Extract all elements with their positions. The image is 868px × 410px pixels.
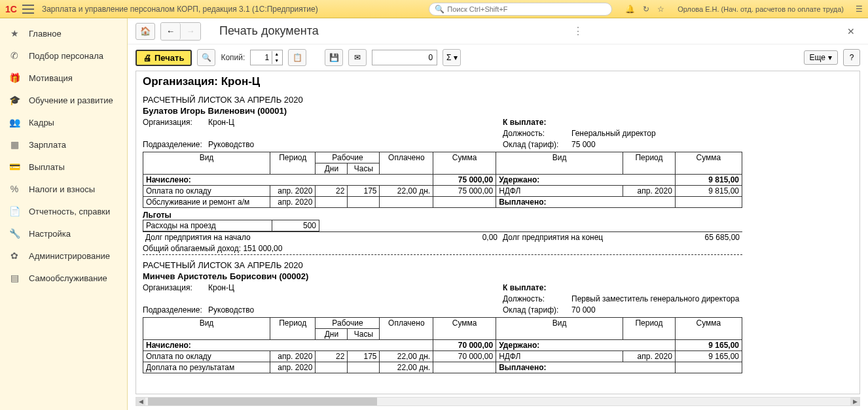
sidebar-item-hr[interactable]: 👥Кадры [0,111,127,133]
val-org: Крон-Ц [208,282,234,294]
toolbar: 🖨Печать 🔍 Копий: ▲▼ 📋 💾 ✉ Σ ▾ Еще▾ ? [128,44,868,71]
spin-down-icon[interactable]: ▼ [272,58,281,64]
sum-field[interactable] [372,50,437,65]
cell-accrued: Начислено: [143,340,433,351]
copies-spinner[interactable]: ▲▼ [250,50,283,65]
print-button[interactable]: 🖨Печать [136,50,192,66]
th-days: Дни [316,329,348,340]
employee-name: Минчев Аристотель Борисович (00002) [143,271,742,281]
th-kind2: Вид [496,318,623,340]
preview-button[interactable]: 🔍 [197,49,215,66]
benefits-table: Расходы на проезд500 [143,220,319,231]
sidebar-label: Мотивация [29,73,73,83]
sidebar-item-settings[interactable]: 🔧Настройка [0,222,127,245]
scroll-left-icon[interactable]: ◀ [136,398,145,405]
cell: апр. 2020 [623,351,676,362]
printer-icon: 🖨 [143,53,152,63]
val-org: Крон-Ц [208,117,234,128]
sigma-button[interactable]: Σ ▾ [443,49,461,66]
payslip-2: РАСЧЕТНЫЙ ЛИСТОК ЗА АПРЕЛЬ 2020 Минчев А… [143,260,742,373]
cell-accrued-total: 75 000,00 [433,175,496,186]
cell: Расходы на проезд [143,220,272,231]
lbl-topay: К выплате: [503,117,571,128]
lbl-org: Организация: [143,282,208,294]
print-label: Печать [154,53,184,63]
spin-up-icon[interactable]: ▲ [272,51,281,58]
sidebar-item-motivation[interactable]: 🎁Мотивация [0,67,127,89]
th-paid: Оплачено [380,318,433,340]
more-menu-icon[interactable]: ⋮ [573,25,583,37]
cell: 22 [316,351,348,362]
horizontal-scrollbar[interactable]: ◀ ▶ [136,397,860,406]
cell-withheld-total: 9 815,00 [675,175,742,186]
sidebar-item-taxes[interactable]: %Налоги и взносы [0,178,127,200]
sidebar-item-payments[interactable]: 💳Выплаты [0,156,127,178]
cell: апр. 2020 [270,362,316,373]
help-button[interactable]: ? [843,49,860,66]
lbl-pos: Должность: [503,294,571,305]
sidebar-label: Главное [29,29,62,39]
th-sum2: Сумма [675,152,742,175]
bell-icon[interactable]: 🔔 [625,5,635,14]
sidebar-item-admin[interactable]: ✿Администрирование [0,245,127,267]
th-work: Рабочие [316,152,380,163]
scroll-right-icon[interactable]: ▶ [850,398,859,405]
lbl-org: Организация: [143,117,208,128]
home-button[interactable]: 🏠 [136,23,155,40]
close-button[interactable]: ✕ [842,24,860,39]
sidebar-label: Налоги и взносы [29,184,95,194]
sidebar-label: Отчетность, справки [29,207,110,216]
cell-paidout: Выплачено: [496,197,676,208]
forward-button[interactable]: → [181,23,200,40]
user-label[interactable]: Орлова Е.Н. (Нач. отд. расчетов по оплат… [678,5,844,13]
sidebar-label: Кадры [29,118,54,128]
cell: апр. 2020 [270,186,316,197]
sidebar-item-recruit[interactable]: ✆Подбор персонала [0,44,127,67]
history-icon[interactable]: ↻ [643,5,649,14]
th-period: Период [270,152,316,175]
document-area[interactable]: Организация: Крон-Ц РАСЧЕТНЫЙ ЛИСТОК ЗА … [136,71,860,394]
sidebar-item-salary[interactable]: ▦Зарплата [0,133,127,156]
people-icon: 👥 [9,117,20,128]
search-input[interactable] [447,5,606,13]
more-button[interactable]: Еще▾ [804,50,838,65]
more-label: Еще [810,53,825,62]
back-button[interactable]: ← [161,23,181,40]
th-paid: Оплачено [380,152,433,175]
val-pos: Генеральный директор [571,128,656,139]
cell: апр. 2020 [623,186,676,197]
th-work: Рабочие [316,318,380,329]
sidebar-item-training[interactable]: 🎓Обучение и развитие [0,89,127,111]
hamburger-icon[interactable] [22,5,34,14]
star-icon[interactable]: ☆ [657,5,664,14]
scrollbar-thumb[interactable] [148,398,377,405]
settings-icon[interactable]: ☰ [856,5,863,14]
cell: Оплата по окладу [143,186,270,197]
th-kind: Вид [143,152,270,175]
cell: апр. 2020 [270,197,316,208]
lbl-dept: Подразделение: [143,305,208,316]
nav-row: 🏠 ← → Печать документа ⋮ ✕ [128,18,868,44]
cell: 22,00 дн. [380,351,433,362]
benefits-title: Льготы [143,211,742,220]
cell: Оплата по окладу [143,351,270,362]
gear-icon: ✿ [9,250,20,261]
lbl-taxtotal: Общий облагаемый доход: [143,244,241,253]
org-title: Организация: Крон-Ц [143,75,853,88]
sidebar-label: Самообслуживание [29,273,107,283]
sidebar-label: Настройка [29,229,71,239]
sidebar-item-reports[interactable]: 📄Отчетность, справки [0,200,127,222]
app-title: Зарплата и управление персоналом КОРП, р… [42,5,429,14]
cell: 22,00 дн. [380,362,433,373]
template-button[interactable]: 📋 [288,49,306,66]
sidebar-item-self[interactable]: ▤Самообслуживание [0,267,127,289]
sidebar-item-main[interactable]: ★Главное [0,22,127,44]
save-button[interactable]: 💾 [325,49,343,66]
cell: 75 000,00 [433,186,496,197]
th-sum: Сумма [433,152,496,175]
phone-icon: ✆ [9,50,20,61]
cell: Обслуживание и ремонт а/м [143,197,270,208]
copies-input[interactable] [251,53,272,62]
search-box[interactable]: 🔍 [429,3,612,16]
mail-button[interactable]: ✉ [348,49,367,66]
